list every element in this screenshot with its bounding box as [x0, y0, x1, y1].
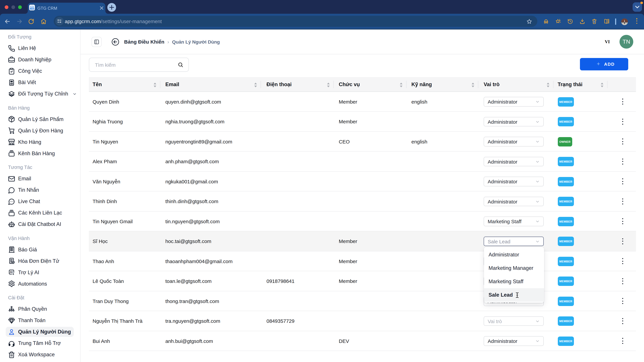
- svg-text:CRM: CRM: [30, 8, 34, 9]
- svg-text:GTG: GTG: [30, 5, 34, 7]
